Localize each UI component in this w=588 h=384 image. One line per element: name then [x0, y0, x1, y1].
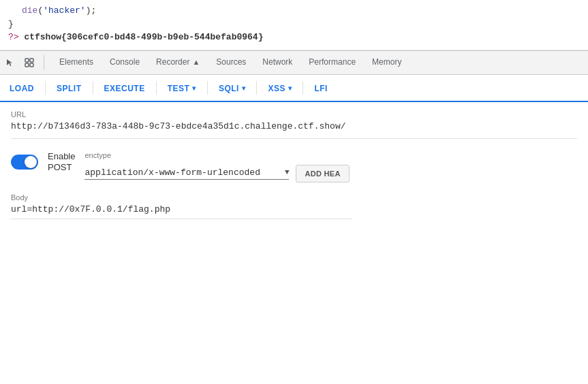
sqli-btn[interactable]: SQLI ▾ — [209, 76, 256, 102]
enctype-label: enctype — [84, 151, 577, 159]
enable-post-label: Enable POST — [48, 151, 75, 174]
main-content: URL http://b71346d3-783a-448b-9c73-ebdce… — [0, 102, 588, 227]
php-close-tag: ?> — [8, 32, 19, 42]
sources-tab[interactable]: Sources — [208, 50, 254, 75]
console-tab[interactable]: Console — [102, 50, 148, 75]
divider-3 — [156, 81, 157, 95]
enable-post-toggle[interactable] — [11, 155, 38, 170]
divider-1 — [45, 81, 46, 95]
svg-rect-3 — [30, 63, 33, 67]
divider-5 — [256, 81, 257, 95]
recorder-icon: ▲ — [192, 58, 200, 66]
xss-arrow-icon: ▾ — [288, 84, 292, 92]
code-area: die('hacker'); } ?> ctfshow{306cefc0-bd4… — [0, 0, 588, 50]
performance-tab[interactable]: Performance — [300, 50, 364, 75]
url-label: URL — [11, 110, 577, 118]
code-line-2: } — [8, 18, 580, 31]
enctype-row: application/x-www-form-urlencoded ▼ ADD … — [84, 165, 577, 182]
recorder-tab[interactable]: Recorder ▲ — [148, 50, 208, 75]
devtools-tabbar: Elements Console Recorder ▲ Sources Netw… — [0, 50, 588, 75]
ctf-flag: ctfshow{306cefc0-bd48-499b-b9eb-544befab… — [19, 32, 264, 42]
divider-6 — [303, 81, 303, 95]
code-line-3: ?> ctfshow{306cefc0-bd48-499b-b9eb-544be… — [8, 31, 580, 44]
divider-2 — [93, 81, 93, 95]
split-btn[interactable]: SPLIT — [47, 76, 91, 102]
sqli-arrow-icon: ▾ — [242, 84, 246, 92]
body-section: Body url=http://0x7F.0.0.1/flag.php — [11, 193, 577, 219]
add-header-button[interactable]: ADD HEA — [296, 165, 349, 182]
elements-tab[interactable]: Elements — [51, 50, 102, 75]
inspect-icon[interactable] — [22, 55, 37, 70]
enctype-select[interactable]: application/x-www-form-urlencoded ▼ — [84, 167, 289, 180]
toolbar: LOAD SPLIT EXECUTE TEST ▾ SQLI ▾ XSS ▾ L… — [0, 75, 588, 102]
enctype-section: enctype application/x-www-form-urlencode… — [84, 151, 577, 182]
svg-rect-0 — [25, 59, 29, 62]
execute-btn[interactable]: EXECUTE — [95, 76, 155, 102]
body-divider — [11, 219, 352, 219]
enctype-value: application/x-www-form-urlencoded — [84, 167, 280, 178]
enable-post-row: Enable POST — [11, 151, 75, 174]
memory-tab[interactable]: Memory — [364, 50, 409, 75]
svg-rect-1 — [25, 63, 29, 67]
lfi-btn[interactable]: LFI — [305, 76, 337, 102]
devtools-icon-group — [3, 55, 44, 70]
url-field: URL http://b71346d3-783a-448b-9c73-ebdce… — [11, 110, 577, 139]
code-line-1: die('hacker'); — [8, 4, 580, 18]
url-divider — [11, 138, 577, 139]
url-value: http://b71346d3-783a-448b-9c73-ebdce4a35… — [11, 121, 577, 131]
enctype-dropdown-icon: ▼ — [285, 168, 290, 176]
xss-btn[interactable]: XSS ▾ — [258, 76, 301, 102]
network-tab[interactable]: Network — [254, 50, 300, 75]
die-fn: die — [22, 5, 37, 16]
test-arrow-icon: ▾ — [192, 84, 196, 92]
load-btn[interactable]: LOAD — [0, 76, 44, 102]
test-btn[interactable]: TEST ▾ — [158, 76, 206, 102]
body-label: Body — [11, 193, 577, 202]
cursor-icon[interactable] — [3, 55, 18, 70]
body-value: url=http://0x7F.0.0.1/flag.php — [11, 204, 577, 214]
divider-4 — [207, 81, 208, 95]
svg-rect-2 — [30, 59, 33, 62]
